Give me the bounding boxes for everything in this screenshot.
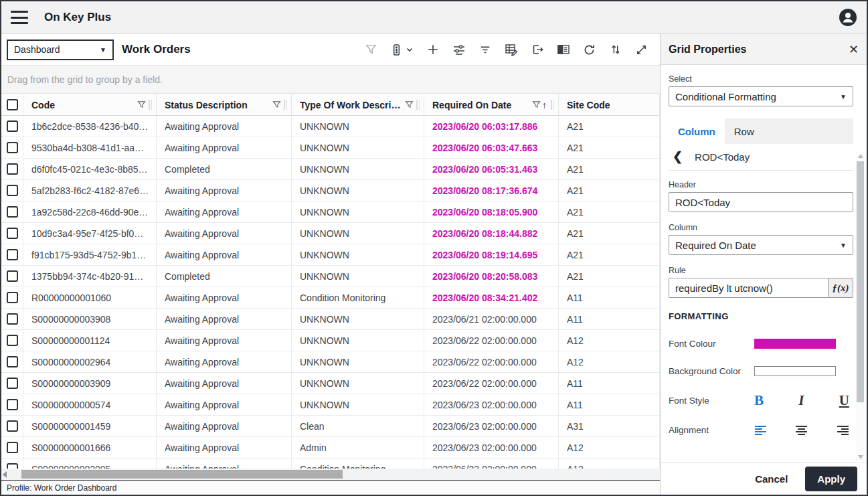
cell-type: UNKNOWN [292,266,424,286]
tab-row[interactable]: Row [725,118,853,144]
filter-funnel-icon[interactable] [272,100,281,109]
row-checkbox[interactable] [7,356,18,367]
rule-input[interactable]: requiredBy lt utcnow() [669,278,828,298]
column-chooser-icon[interactable] [387,39,417,60]
horizontal-scrollbar-thumb[interactable] [21,470,343,479]
table-row[interactable]: S00000000002005Awaiting ApprovalConditio… [1,459,660,469]
filter-funnel-icon[interactable] [532,100,541,109]
refresh-icon[interactable] [580,39,600,60]
sort-icon[interactable] [606,39,626,60]
row-checkbox[interactable] [7,206,18,218]
cell-required-on-date: 2023/06/20 06:05:31.463 [424,159,559,179]
row-checkbox[interactable] [7,249,18,260]
row-checkbox[interactable] [7,463,18,469]
expand-icon[interactable] [632,39,652,60]
filter-funnel-icon[interactable] [361,39,381,60]
horizontal-scrollbar[interactable] [1,469,660,480]
scroll-down-arrow-icon[interactable] [858,455,863,459]
cell-required-on-date: 2023/06/23 02:00:00.000 [424,437,559,458]
row-checkbox[interactable] [7,185,18,196]
background-color-swatch[interactable] [754,366,836,376]
table-row[interactable]: S00000000003909Awaiting ApprovalUNKNOWN2… [1,373,660,394]
row-checkbox[interactable] [7,292,18,303]
filter-lines-icon[interactable] [475,39,495,60]
table-row[interactable]: S00000000003908Awaiting ApprovalUNKNOWN2… [1,309,660,330]
tab-column[interactable]: Column [669,118,725,144]
close-icon[interactable]: ✕ [849,44,859,56]
row-checkbox[interactable] [7,442,18,453]
table-row[interactable]: R00000000001060Awaiting ApprovalConditio… [1,287,660,309]
view-selector[interactable]: Dashboard ▼ [7,39,114,60]
column-header-status-description[interactable]: Status Description [157,94,292,116]
apply-button[interactable]: Apply [805,467,857,491]
select-all-checkbox[interactable] [7,99,18,110]
table-row[interactable]: 1375bb94-374c-4b20-91…CompletedUNKNOWN20… [1,266,660,287]
column-resize-handle[interactable] [551,100,555,110]
export-icon[interactable] [527,39,547,60]
customize-sliders-icon[interactable] [449,39,469,60]
table-row[interactable]: d6f0fc45-021c-4e3c-8b85…CompletedUNKNOWN… [1,159,660,180]
panel-title: Grid Properties [669,44,746,56]
align-left-icon[interactable] [754,425,767,435]
alignment-label: Alignment [669,425,754,435]
formula-fx-button[interactable]: ƒ(x) [828,278,853,298]
row-checkbox[interactable] [7,270,18,282]
property-select[interactable]: Conditional Formatting ▼ [669,86,853,106]
table-row[interactable]: S00000000001459Awaiting ApprovalClean202… [1,416,660,437]
row-checkbox[interactable] [7,399,18,410]
row-checkbox[interactable] [7,313,18,325]
cancel-button[interactable]: Cancel [755,473,788,485]
table-row[interactable]: S00000000002964Awaiting ApprovalUNKNOWN2… [1,351,660,373]
column-resize-handle[interactable] [284,100,288,110]
edit-grid-icon[interactable] [501,39,521,60]
filter-funnel-icon[interactable] [137,100,146,109]
row-checkbox[interactable] [7,378,18,389]
menu-icon[interactable] [11,11,28,24]
table-row[interactable]: 9530ba4d-b308-41d1-aa…Awaiting ApprovalU… [1,137,660,159]
row-checkbox[interactable] [7,163,18,175]
column-select[interactable]: Required On Date ▼ [669,235,853,255]
column-header-site-code[interactable]: Site Code [559,94,660,116]
row-checkbox[interactable] [7,335,18,346]
align-right-icon[interactable] [837,425,849,435]
table-row[interactable]: f91cb175-93d5-4752-9b1…Awaiting Approval… [1,244,660,266]
row-checkbox-cell [1,201,23,222]
row-checkbox[interactable] [7,420,18,432]
italic-button[interactable]: I [798,394,804,408]
table-row[interactable]: 1a92c58d-22c8-46dd-90e…Awaiting Approval… [1,201,660,223]
back-chevron-icon[interactable]: ❮ [669,149,689,165]
reading-pane-icon[interactable] [553,39,574,60]
panel-scrollbar[interactable] [856,152,865,461]
font-colour-swatch[interactable] [754,339,836,349]
filter-funnel-icon[interactable] [405,100,414,109]
column-header-code[interactable]: Code [23,94,157,116]
table-row[interactable]: S00000000001666Awaiting ApprovalAdmin202… [1,437,660,459]
column-header-label: Site Code [567,100,657,110]
panel-scrollbar-thumb[interactable] [857,161,864,402]
table-row[interactable]: S00000000000574Awaiting ApprovalUNKNOWN2… [1,394,660,416]
header-input[interactable]: ROD<Today [669,192,853,212]
column-header-required-on-date[interactable]: Required On Date↑ [424,94,559,116]
underline-button[interactable]: U [839,394,849,408]
add-icon[interactable] [423,39,443,60]
row-checkbox[interactable] [7,228,18,239]
top-bar: On Key Plus [1,1,867,34]
column-resize-handle[interactable] [416,100,421,110]
scroll-left-arrow-icon[interactable] [3,471,7,478]
table-row[interactable]: 1b6c2dce-8538-4236-b40…Awaiting Approval… [1,116,660,137]
table-row[interactable]: S00000000001124Awaiting ApprovalUNKNOWN2… [1,330,660,351]
select-all-checkbox-cell[interactable] [1,94,23,116]
user-avatar-icon[interactable] [839,8,857,27]
cell-code: S00000000001666 [23,437,157,458]
row-checkbox[interactable] [7,142,18,153]
row-checkbox[interactable] [7,120,18,132]
cell-type: UNKNOWN [292,116,424,137]
column-resize-handle[interactable] [149,100,153,110]
cell-type: UNKNOWN [292,351,424,372]
bold-button[interactable]: B [754,394,764,408]
table-row[interactable]: 5af2b283-f6c2-4182-87e6…Awaiting Approva… [1,180,660,201]
column-header-type-of-work-descrip[interactable]: Type Of Work Descrip… [292,94,424,116]
table-row[interactable]: 10d9c3a4-95e7-4f25-bf0…Awaiting Approval… [1,223,660,244]
align-center-icon[interactable] [795,425,808,435]
scroll-up-arrow-icon[interactable] [858,154,863,158]
